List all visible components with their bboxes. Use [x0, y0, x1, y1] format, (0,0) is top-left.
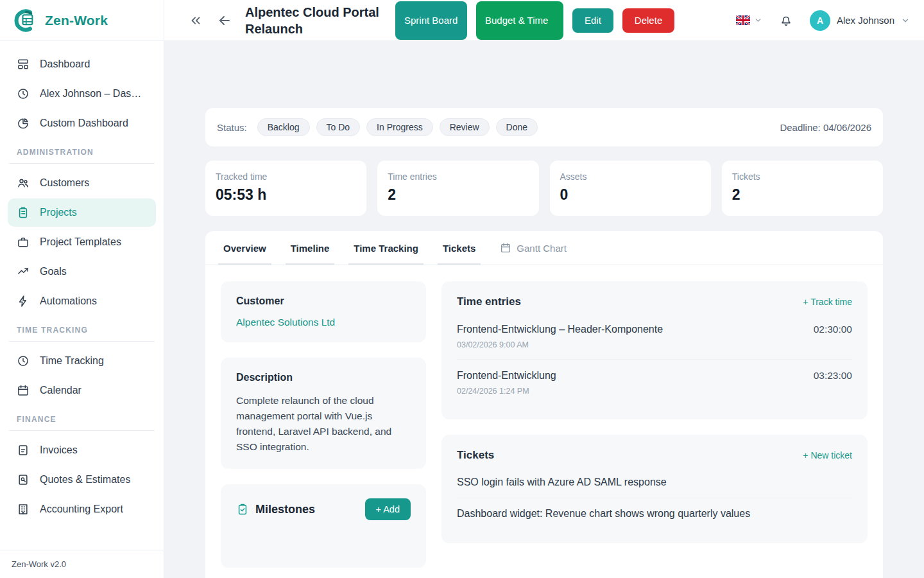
sidebar-item-automations[interactable]: Automations [8, 287, 156, 315]
dashboard-icon [17, 58, 30, 71]
tab-timeline[interactable]: Timeline [291, 231, 330, 265]
description-panel-title: Description [236, 372, 411, 383]
stats-row: Tracked time 05:53 h Time entries 2 Asse… [205, 161, 883, 216]
sidebar-item-invoices[interactable]: Invoices [8, 436, 156, 464]
divider [9, 163, 155, 164]
chevrons-left-icon [189, 13, 203, 28]
time-entry-row[interactable]: Frontend-Entwicklung – Header-Komponente… [457, 313, 852, 359]
tab-time-tracking[interactable]: Time Tracking [354, 231, 418, 265]
document-search-icon [17, 473, 30, 486]
logo-row: Zen-Work [0, 0, 164, 41]
collapse-sidebar-button[interactable] [186, 11, 205, 30]
sprint-board-button[interactable]: Sprint Board [395, 1, 467, 40]
tab-tickets[interactable]: Tickets [443, 231, 475, 265]
tab-gantt-chart[interactable]: Gantt Chart [500, 231, 567, 265]
sidebar-item-label: Time Tracking [40, 355, 104, 367]
user-name: Alex Johnson [837, 15, 894, 26]
clipboard-check-icon [236, 503, 249, 516]
add-milestone-button[interactable]: + Add [365, 498, 411, 520]
sidebar-section-administration: ADMINISTRATION [8, 139, 156, 163]
briefcase-icon [17, 236, 30, 249]
sidebar-item-label: Custom Dashboard [40, 118, 128, 129]
tickets-title: Tickets [457, 449, 494, 462]
sidebar-item-project-templates[interactable]: Project Templates [8, 228, 156, 256]
status-pill-done[interactable]: Done [496, 118, 538, 136]
avatar: A [810, 10, 830, 31]
user-menu[interactable]: A Alex Johnson [810, 10, 910, 31]
status-pill-review[interactable]: Review [440, 118, 490, 136]
sidebar-item-time-tracking[interactable]: Time Tracking [8, 347, 156, 375]
stat-label: Assets [560, 171, 701, 182]
track-time-link[interactable]: + Track time [803, 297, 852, 307]
sidebar-item-label: Goals [40, 266, 67, 277]
milestones-title: Milestones [255, 503, 315, 516]
sidebar-item-custom-dashboard[interactable]: Custom Dashboard [8, 109, 156, 137]
new-ticket-link[interactable]: + New ticket [803, 450, 852, 460]
sidebar-item-accounting-export[interactable]: Accounting Export [8, 495, 156, 523]
topbar-actions: Sprint Board Budget & Time Edit Delete [395, 1, 674, 40]
sidebar-item-alex-johnson-dashboard[interactable]: Alex Johnson – Dashb... [8, 80, 156, 108]
stat-value: 05:53 h [216, 186, 356, 204]
sidebar-item-label: Calendar [40, 385, 81, 396]
calendar-icon [500, 242, 511, 254]
language-selector[interactable] [736, 15, 762, 25]
status-pill-backlog[interactable]: Backlog [257, 118, 310, 136]
app-version: Zen-Work v2.0 [0, 550, 164, 578]
budget-time-button[interactable]: Budget & Time [476, 1, 563, 40]
overview-tab-content: Customer Alpentec Solutions Ltd Descript… [205, 265, 883, 578]
sidebar-nav: Dashboard Alex Johnson – Dashb... Custom… [0, 41, 164, 550]
tab-overview[interactable]: Overview [223, 231, 266, 265]
time-entry-duration: 03:23:00 [814, 370, 852, 381]
time-entries-panel: Time entries + Track time Frontend-Entwi… [441, 281, 868, 419]
sidebar-item-label: Quotes & Estimates [40, 474, 130, 486]
sidebar-item-label: Projects [40, 207, 77, 218]
content: Status: Backlog To Do In Progress Review… [164, 41, 924, 578]
status-pill-todo[interactable]: To Do [316, 118, 361, 136]
customer-link[interactable]: Alpentec Solutions Ltd [236, 317, 335, 328]
tab-label: Gantt Chart [517, 243, 567, 254]
stat-card-tracked-time: Tracked time 05:53 h [205, 161, 366, 216]
description-panel: Description Complete relaunch of the clo… [221, 358, 426, 469]
status-bar: Status: Backlog To Do In Progress Review… [205, 108, 883, 146]
time-entry-duration: 02:30:00 [814, 324, 852, 335]
uk-flag-icon [736, 15, 750, 25]
customer-panel: Customer Alpentec Solutions Ltd [221, 281, 426, 342]
sidebar-item-calendar[interactable]: Calendar [8, 376, 156, 405]
time-entry-name: Frontend-Entwicklung – Header-Komponente [457, 324, 663, 335]
document-icon [17, 444, 30, 457]
sidebar-item-goals[interactable]: Goals [8, 258, 156, 286]
sidebar-item-label: Customers [40, 177, 89, 189]
sidebar-section-finance: FINANCE [8, 406, 156, 430]
sidebar-item-label: Alex Johnson – Dashb... [40, 88, 147, 100]
calendar-icon [17, 384, 30, 397]
time-entry-row[interactable]: Frontend-Entwicklung 03:23:00 02/24/2026… [457, 359, 852, 405]
sidebar-item-customers[interactable]: Customers [8, 169, 156, 197]
stat-card-assets: Assets 0 [550, 161, 711, 216]
back-button[interactable] [214, 10, 235, 31]
sidebar-section-time-tracking: TIME TRACKING [8, 317, 156, 341]
deadline-text: Deadline: 04/06/2026 [780, 122, 871, 133]
building-icon [17, 503, 30, 516]
stat-value: 2 [732, 186, 873, 204]
edit-button[interactable]: Edit [572, 8, 613, 33]
ticket-row[interactable]: SSO login fails with Azure AD SAML respo… [457, 467, 852, 498]
brand-name: Zen-Work [45, 13, 108, 28]
delete-button[interactable]: Delete [622, 8, 674, 33]
sidebar: Zen-Work Dashboard Alex Johnson – Dashb.… [0, 0, 164, 578]
time-entries-title: Time entries [457, 295, 521, 308]
description-text: Complete relaunch of the cloud managemen… [236, 393, 411, 455]
notifications-button[interactable] [776, 11, 796, 30]
sidebar-item-quotes-estimates[interactable]: Quotes & Estimates [8, 466, 156, 494]
time-entry-name: Frontend-Entwicklung [457, 370, 556, 381]
sidebar-item-label: Accounting Export [40, 504, 123, 515]
ticket-row[interactable]: Dashboard widget: Revenue chart shows wr… [457, 498, 852, 529]
status-pill-in-progress[interactable]: In Progress [366, 118, 433, 136]
left-column: Customer Alpentec Solutions Ltd Descript… [221, 281, 426, 568]
tabs-row: Overview Timeline Time Tracking Tickets … [205, 231, 883, 265]
sidebar-item-label: Invoices [40, 444, 78, 456]
sidebar-item-dashboard[interactable]: Dashboard [8, 50, 156, 78]
stat-card-tickets: Tickets 2 [722, 161, 883, 216]
sidebar-item-projects[interactable]: Projects [8, 198, 156, 227]
project-detail-card: Overview Timeline Time Tracking Tickets … [205, 231, 883, 578]
pie-chart-icon [17, 117, 30, 130]
